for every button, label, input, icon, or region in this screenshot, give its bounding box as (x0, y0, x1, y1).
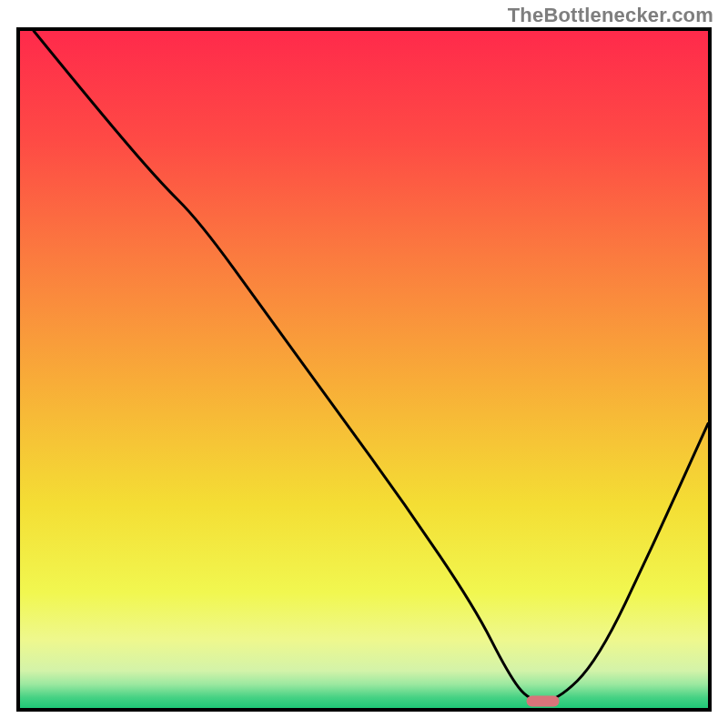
attribution-text: TheBottlenecker.com (508, 4, 713, 27)
bottleneck-chart (20, 31, 708, 708)
